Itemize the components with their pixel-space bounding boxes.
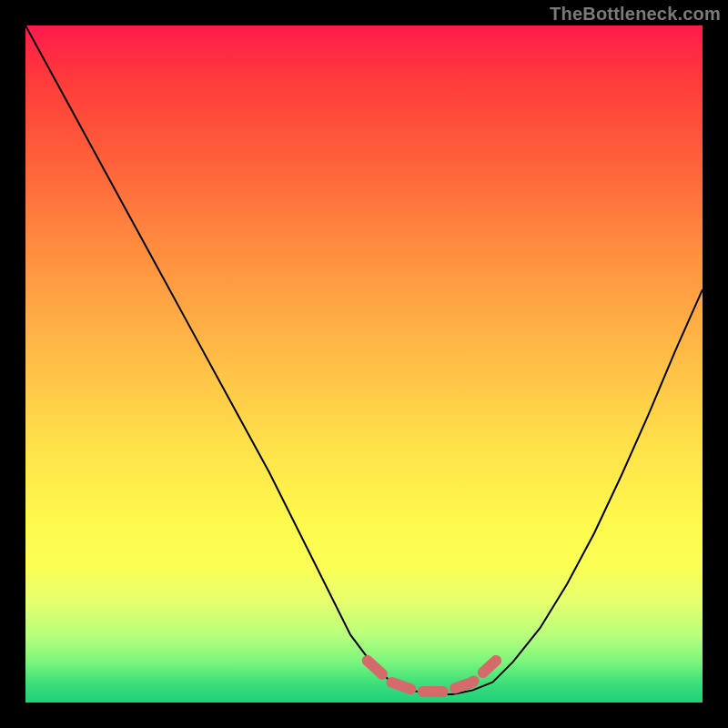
- watermark-text: TheBottleneck.com: [550, 4, 721, 25]
- red-band-path: [368, 661, 496, 692]
- chart-stage: TheBottleneck.com: [0, 0, 728, 728]
- plot-area: [25, 25, 703, 703]
- curve-svg: [25, 25, 703, 703]
- black-curve-path: [25, 25, 703, 694]
